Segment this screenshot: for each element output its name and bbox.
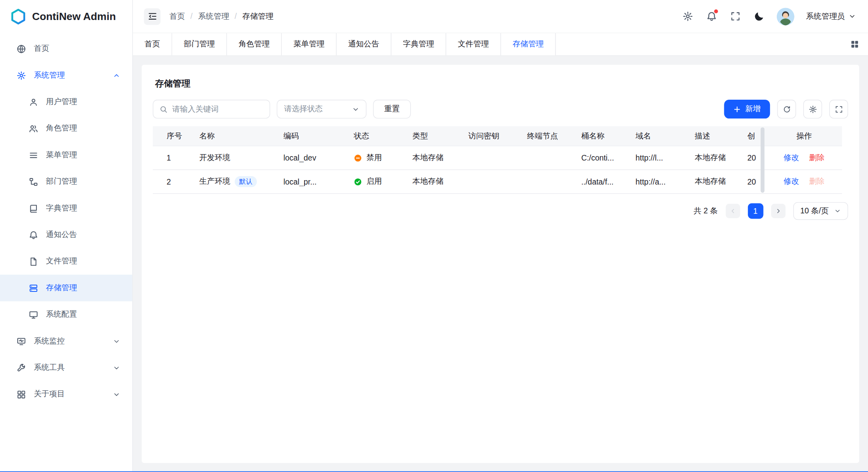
status-select[interactable]: 请选择状态 [277,100,367,119]
tab-label: 通知公告 [348,39,379,49]
sidebar: ContiNew Admin 首页 系统管理 [0,0,133,472]
table-row-1: 1 开发环境 local_dev 禁用 本地存储 [153,146,842,170]
sidebar-group-label: 系统工具 [34,363,105,373]
search-box [153,100,270,119]
wrench-icon [16,363,26,373]
tab-actions-button[interactable] [842,33,868,55]
status-text: 启用 [367,177,382,187]
edit-link[interactable]: 修改 [784,177,799,187]
monitor-icon [29,310,38,319]
sidebar-item-label: 用户管理 [46,97,120,107]
col-access-key: 访问密钥 [459,131,518,141]
user-menu[interactable]: 系统管理员 [806,11,856,21]
tab-role[interactable]: 角色管理 [227,33,282,55]
column-settings-button[interactable] [803,100,822,119]
breadcrumb-item-system[interactable]: 系统管理 [190,11,229,21]
search-input[interactable] [172,104,263,113]
cell-description: 本地存储 [686,177,741,187]
pagination-total: 共 2 条 [694,206,718,216]
col-description: 描述 [686,131,741,141]
storage-name: 开发环境 [199,153,230,163]
cell-actions: 修改 删除 [766,153,842,163]
tab-storage[interactable]: 存储管理 [501,33,556,55]
expand-icon [834,105,843,113]
sidebar-item-role[interactable]: 角色管理 [0,115,132,142]
logo-icon [10,8,26,25]
fullscreen-button[interactable] [729,10,741,22]
page-size-select[interactable]: 10 条/页 [793,202,848,220]
cell-description: 本地存储 [686,153,741,163]
tab-file[interactable]: 文件管理 [446,33,501,55]
toolbar-actions: 新增 [724,100,848,119]
sidebar-item-menu[interactable]: 菜单管理 [0,142,132,168]
sidebar-group-monitor[interactable]: 系统监控 [0,328,132,354]
sidebar-item-label: 文件管理 [46,256,120,266]
refresh-button[interactable] [777,100,796,119]
add-button[interactable]: 新增 [724,100,770,119]
sidebar-item-dept[interactable]: 部门管理 [0,169,132,195]
edit-link[interactable]: 修改 [784,153,799,163]
dark-mode-button[interactable] [753,10,765,22]
main-area: 首页 系统管理 存储管理 [133,0,868,472]
logo[interactable]: ContiNew Admin [0,0,132,33]
tab-menu[interactable]: 菜单管理 [282,33,337,55]
cell-status: 禁用 [345,153,404,163]
sidebar-group-system[interactable]: 系统管理 [0,62,132,88]
storage-table: 序号 名称 编码 状态 类型 访问密钥 终端节点 桶名称 域名 描述 创 操作 [153,126,842,194]
cell-code: local_dev [275,153,345,162]
status-select-placeholder: 请选择状态 [284,104,348,114]
table-scrollbar[interactable] [761,127,765,193]
table-row-2: 2 生产环境 默认 local_pr... 启用 本地存储 [153,170,842,194]
default-badge: 默认 [235,176,257,187]
grid-icon [850,40,859,49]
top-header: 首页 系统管理 存储管理 [133,0,868,33]
chevron-up-icon [113,72,120,79]
col-index: 序号 [153,131,190,141]
page-number-1[interactable]: 1 [748,203,763,219]
chevron-down-icon [352,106,359,113]
avatar[interactable] [777,8,794,25]
chevron-right-icon [775,208,782,215]
col-type: 类型 [403,131,459,141]
table-fullscreen-button[interactable] [829,100,848,119]
book-icon [29,203,38,213]
tab-notice[interactable]: 通知公告 [337,33,391,55]
sidebar-item-storage[interactable]: 存储管理 [0,275,132,301]
storage-name: 生产环境 [199,177,230,187]
notification-dot [714,9,718,13]
sidebar-item-notice[interactable]: 通知公告 [0,221,132,248]
sidebar-item-label: 通知公告 [46,230,120,240]
col-name: 名称 [190,131,275,141]
breadcrumb-item-home[interactable]: 首页 [169,11,185,21]
tab-dict[interactable]: 字典管理 [391,33,446,55]
storage-card: 存储管理 请选择状态 重置 新增 [142,65,859,463]
sidebar-item-config[interactable]: 系统配置 [0,301,132,328]
gear-icon [16,70,26,80]
sidebar-item-file[interactable]: 文件管理 [0,248,132,275]
sidebar-item-user[interactable]: 用户管理 [0,88,132,115]
sidebar-item-home[interactable]: 首页 [0,36,132,62]
sidebar-group-about[interactable]: 关于项目 [0,381,132,408]
plus-icon [734,106,741,113]
page-title: 存储管理 [153,75,848,90]
delete-link[interactable]: 删除 [809,153,825,163]
settings-button[interactable] [682,10,694,22]
next-page-button[interactable] [771,204,785,218]
chevron-down-icon [834,208,841,215]
add-button-label: 新增 [745,104,761,114]
notifications-button[interactable] [705,10,717,22]
tab-label: 部门管理 [184,39,214,49]
tab-home[interactable]: 首页 [133,33,172,55]
header-actions: 系统管理员 [682,8,856,25]
sidebar-collapse-button[interactable] [144,8,160,24]
tab-dept[interactable]: 部门管理 [172,33,227,55]
tab-bar: 首页 部门管理 角色管理 菜单管理 通知公告 字典管理 文件管理 存储管理 [133,33,868,56]
sidebar-item-label: 系统配置 [46,309,120,319]
sidebar-item-dict[interactable]: 字典管理 [0,195,132,221]
delete-link-disabled[interactable]: 删除 [809,177,825,187]
cell-type: 本地存储 [403,153,459,163]
prev-page-button[interactable] [726,204,740,218]
search-icon [159,105,168,113]
sidebar-group-tools[interactable]: 系统工具 [0,354,132,381]
reset-button[interactable]: 重置 [373,100,411,119]
